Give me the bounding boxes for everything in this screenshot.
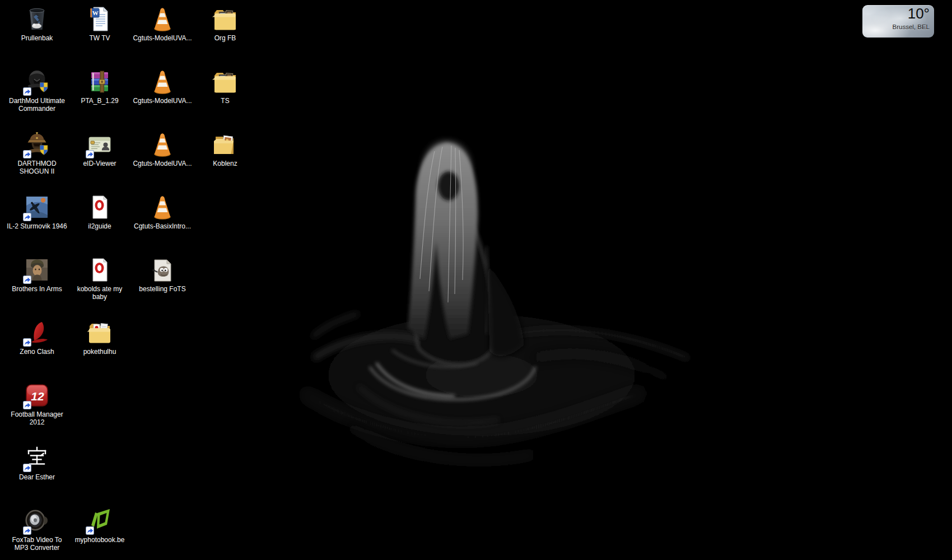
- opera-document-icon: [86, 256, 113, 283]
- myphotobook-logo-icon: [86, 507, 113, 534]
- vlc-media-icon: [149, 68, 176, 95]
- soldier-photo-icon: [24, 256, 50, 283]
- desktop-icon-label: Brothers In Arms: [6, 285, 68, 293]
- desktop-icon-vlc-media[interactable]: Cgtuts-ModelUVA...: [131, 129, 194, 167]
- desktop-icon-label: pokethulhu: [68, 348, 131, 356]
- weather-gadget[interactable]: 10° Brussel, BEL: [862, 5, 934, 38]
- desktop-icon-label: DARTHMOD SHOGUN II: [6, 160, 68, 175]
- desktop-icon-label: DarthMod Ultimate Commander: [6, 97, 68, 113]
- desktop-icon-myphotobook-logo[interactable]: myphotobook.be: [68, 505, 131, 544]
- desktop-icon-label: TS: [194, 97, 256, 105]
- darthmod-shogun-icon: [24, 131, 50, 158]
- desktop-icon-label: FoxTab Video To MP3 Converter: [6, 536, 68, 552]
- vlc-media-icon: [149, 6, 176, 32]
- desktop-icon-gimp-file[interactable]: bestelling FoTS: [131, 254, 194, 293]
- gimp-file-icon: [149, 256, 176, 283]
- desktop-icon-kanji-room[interactable]: Dear Esther: [6, 442, 68, 481]
- speaker-icon: [24, 507, 50, 534]
- desktop-icon-darthmod-shogun[interactable]: DARTHMOD SHOGUN II: [6, 129, 68, 175]
- desktop-icon-folder-pictures[interactable]: TS: [194, 66, 256, 105]
- desktop-icon-label: TW TV: [68, 34, 131, 42]
- folder-pictures-icon: [212, 68, 239, 95]
- desktop-icon-eid-card[interactable]: eID-Viewer: [68, 129, 131, 167]
- desktop-icon-winrar-archive[interactable]: PTA_B_1.29: [68, 66, 131, 105]
- desktop-icon-label: Cgtuts-ModelUVA...: [131, 97, 194, 105]
- desktop-icon-label: il2guide: [68, 222, 131, 230]
- fm12-icon: 12: [24, 382, 50, 409]
- vlc-media-icon: [149, 194, 176, 221]
- desktop-icon-il2-plane[interactable]: IL-2 Sturmovik 1946: [6, 192, 68, 230]
- desktop-icon-word-document[interactable]: WTW TV: [68, 3, 131, 42]
- desktop-icon-darthmod-vader[interactable]: DarthMod Ultimate Commander: [6, 66, 68, 113]
- desktop-icon-label: Dear Esther: [6, 473, 68, 481]
- zeno-clash-icon: [24, 319, 50, 346]
- eid-card-icon: [86, 131, 113, 158]
- weather-temperature: 10°: [908, 5, 930, 22]
- desktop-icon-folder-open-picture[interactable]: Koblenz: [194, 129, 256, 167]
- desktop-icon-label: Cgtuts-BasixIntro...: [131, 222, 194, 230]
- folder-documents-icon: [86, 319, 113, 346]
- il2-plane-icon: [24, 194, 50, 221]
- desktop-icon-zeno-clash[interactable]: Zeno Clash: [6, 317, 68, 356]
- svg-text:W: W: [92, 10, 99, 16]
- desktop-icon-soldier-photo[interactable]: Brothers In Arms: [6, 254, 68, 293]
- desktop-icon-label: Zeno Clash: [6, 348, 68, 356]
- desktop-icon-opera-document[interactable]: il2guide: [68, 192, 131, 230]
- desktop-icon-label: Prullenbak: [6, 34, 68, 42]
- desktop-icon-opera-document[interactable]: kobolds ate my baby: [68, 254, 131, 301]
- opera-document-icon: [86, 194, 113, 221]
- desktop-icon-folder-documents[interactable]: pokethulhu: [68, 317, 131, 356]
- desktop-icon-label: myphotobook.be: [68, 536, 131, 544]
- desktop-icon-vlc-media[interactable]: Cgtuts-ModelUVA...: [131, 66, 194, 105]
- desktop-icon-label: eID-Viewer: [68, 160, 131, 167]
- desktop-icon-label: Football Manager 2012: [6, 410, 68, 426]
- desktop: PrullenbakWTW TVCgtuts-ModelUVA...Org FB…: [0, 0, 952, 560]
- desktop-icon-label: Cgtuts-ModelUVA...: [131, 34, 194, 42]
- weather-location: Brussel, BEL: [893, 24, 930, 30]
- kanji-room-icon: [24, 445, 50, 472]
- folder-pictures-icon: [212, 6, 239, 32]
- word-document-icon: W: [86, 6, 113, 32]
- desktop-icon-label: PTA_B_1.29: [68, 97, 131, 105]
- desktop-icons: PrullenbakWTW TVCgtuts-ModelUVA...Org FB…: [0, 0, 952, 560]
- darthmod-vader-icon: [24, 68, 50, 95]
- desktop-icon-fm12[interactable]: 12Football Manager 2012: [6, 380, 68, 426]
- desktop-icon-vlc-media[interactable]: Cgtuts-ModelUVA...: [131, 3, 194, 42]
- desktop-icon-label: Org FB: [194, 34, 256, 42]
- winrar-archive-icon: [86, 68, 113, 95]
- vlc-media-icon: [149, 131, 176, 158]
- desktop-icon-vlc-media[interactable]: Cgtuts-BasixIntro...: [131, 192, 194, 230]
- desktop-icon-folder-pictures[interactable]: Org FB: [194, 3, 256, 42]
- desktop-icon-label: Cgtuts-ModelUVA...: [131, 160, 194, 167]
- desktop-icon-speaker[interactable]: FoxTab Video To MP3 Converter: [6, 505, 68, 552]
- folder-open-picture-icon: [212, 131, 239, 158]
- svg-text:12: 12: [31, 390, 44, 403]
- desktop-icon-recycle-bin-full[interactable]: Prullenbak: [6, 3, 68, 42]
- desktop-icon-label: IL-2 Sturmovik 1946: [6, 222, 68, 230]
- desktop-icon-label: bestelling FoTS: [131, 285, 194, 293]
- desktop-icon-label: Koblenz: [194, 160, 256, 167]
- desktop-icon-label: kobolds ate my baby: [68, 285, 131, 301]
- recycle-bin-full-icon: [24, 6, 50, 32]
